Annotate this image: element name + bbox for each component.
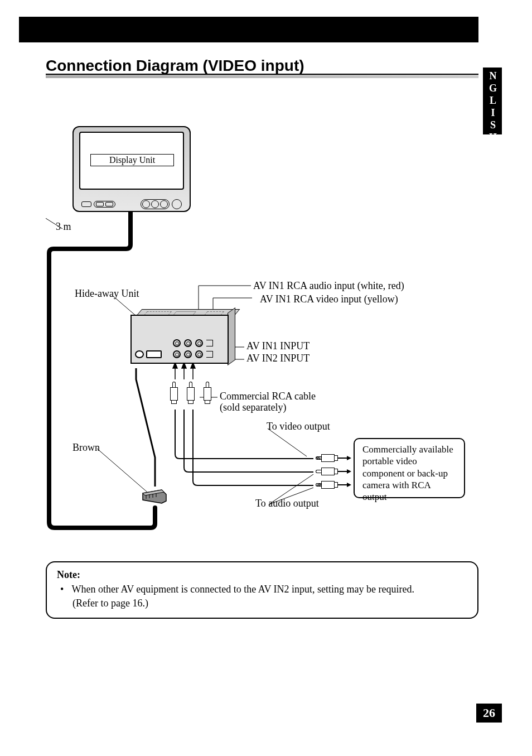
rca-jack-icon <box>184 350 192 358</box>
svg-line-14 <box>97 449 147 492</box>
display-unit <box>72 126 191 212</box>
connection-diagram: Display Unit 3 m Hide-away Unit AV IN1 R… <box>46 117 478 536</box>
av-in1-input-label: AV IN1 INPUT <box>246 340 309 352</box>
port-icon <box>135 350 144 358</box>
av-in1-video-label: AV IN1 RCA video input (yellow) <box>260 293 398 305</box>
heading-underline <box>46 74 478 78</box>
svg-line-11 <box>268 428 307 456</box>
rca-plug-right-icon <box>316 468 351 475</box>
display-btn-icon <box>81 201 91 207</box>
page-number: 26 <box>476 704 502 723</box>
external-device-box: Commercially available portable video co… <box>354 438 465 498</box>
cable-length-label: 3 m <box>56 221 71 233</box>
hideaway-unit <box>124 309 235 368</box>
note-box: Note: When other AV equipment is connect… <box>46 561 478 619</box>
to-audio-output-label: To audio output <box>255 498 319 509</box>
rca-jack-icon <box>195 339 203 347</box>
language-tab-text: ENGLISH <box>487 58 498 144</box>
rca-cable-label-line2: (sold separately) <box>220 402 286 413</box>
display-mode-buttons-icon <box>141 199 170 209</box>
rca-jack-icon <box>195 350 203 358</box>
rca-plug-right-icon <box>316 481 351 489</box>
hideaway-unit-label: Hide-away Unit <box>75 288 139 300</box>
note-bullet-text: When other AV equipment is connected to … <box>72 584 415 595</box>
hideaway-side-icon <box>228 307 235 365</box>
note-title: Note: <box>57 568 467 581</box>
rca-jack-icon <box>173 350 181 358</box>
hideaway-front-icon <box>130 315 229 364</box>
language-tab: ENGLISH <box>483 68 502 134</box>
port-icon <box>146 350 162 358</box>
brown-label: Brown <box>72 442 100 454</box>
rca-jack-icon <box>173 339 181 347</box>
rca-plug-right-icon <box>316 454 351 462</box>
display-button-row <box>81 200 182 209</box>
display-dpad-icon <box>172 199 182 209</box>
rca-plug-set <box>170 382 212 404</box>
note-bullet: When other AV equipment is connected to … <box>60 582 467 610</box>
rca-jack-icon <box>184 339 192 347</box>
to-video-output-label: To video output <box>267 421 330 432</box>
note-sub-text: (Refer to page 16.) <box>60 596 467 610</box>
display-btn-group-icon <box>94 201 115 208</box>
section-heading: Connection Diagram (VIDEO input) <box>46 57 478 75</box>
rca-plug-icon <box>203 382 212 404</box>
av-in1-audio-label: AV IN1 RCA audio input (white, red) <box>253 280 404 292</box>
header-black-bar <box>19 17 478 42</box>
bracket-icon <box>206 340 213 346</box>
rca-plug-icon <box>186 382 195 404</box>
rca-plug-icon <box>170 382 178 404</box>
display-unit-label: Display Unit <box>90 154 174 166</box>
av-in2-input-label: AV IN2 INPUT <box>246 353 309 364</box>
bracket-icon <box>206 351 213 358</box>
rca-cable-label-line1: Commercial RCA cable <box>220 391 316 402</box>
brown-connector-icon <box>141 487 168 504</box>
